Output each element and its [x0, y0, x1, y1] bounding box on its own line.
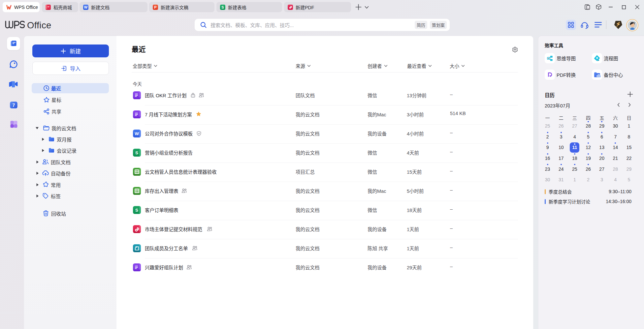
svg-text:Office: Office	[27, 20, 51, 30]
svg-text:W: W	[135, 131, 139, 136]
svg-text:7: 7	[13, 103, 15, 108]
svg-text:S: S	[135, 208, 138, 213]
svg-text:S: S	[135, 150, 138, 155]
